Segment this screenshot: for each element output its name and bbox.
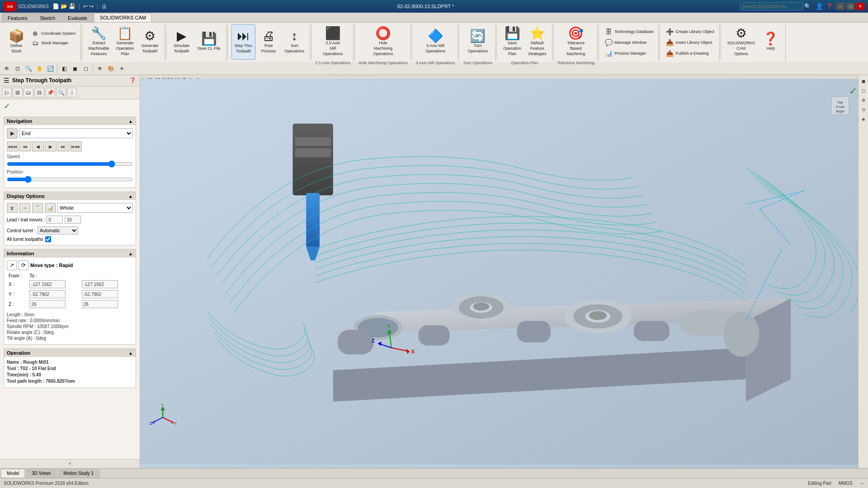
speed-slider[interactable] [7, 160, 133, 168]
from-z-input[interactable] [29, 300, 66, 308]
panel-btn-1[interactable]: ▷ [2, 88, 12, 98]
tab-solidworks-cam[interactable]: SOLIDWORKS CAM [94, 13, 152, 22]
play-button[interactable]: ▶ [7, 128, 18, 139]
nav-start-btn[interactable]: ⏮⏮ [7, 141, 19, 151]
appearance-btn[interactable]: 🎨 [106, 64, 116, 74]
save-op-plan-btn[interactable]: 💾 SaveOperationPlan [500, 24, 524, 60]
display-filter-btn[interactable]: ⧖ [7, 203, 18, 213]
nav-prev-fast-btn[interactable]: ⏮ [19, 141, 31, 151]
3d-viewport-canvas[interactable]: X Y Z Top Front Right ✓ [140, 75, 858, 468]
nav-end-btn[interactable]: ⏭⏭ [70, 141, 82, 151]
tab-evaluate[interactable]: Evaluate [62, 13, 93, 22]
section-view-btn[interactable]: ◧ [59, 64, 69, 74]
viewport[interactable]: ▶ 62-02-9000-13 (Default) [140, 75, 858, 468]
right-panel-btn-1[interactable]: ◼ [859, 77, 868, 85]
display-options-collapse-icon[interactable]: ▲ [128, 194, 133, 199]
from-x-input[interactable] [29, 280, 66, 288]
operation-header[interactable]: Operation ▲ [4, 349, 136, 357]
info-type-icon[interactable]: ⟳ [19, 260, 28, 270]
3axis-btn[interactable]: 🔷 3 Axis MillOperations [423, 24, 448, 60]
tolerance-btn[interactable]: 🎯 ToleranceBasedMachining [564, 24, 588, 60]
save-cl-btn[interactable]: 💾 Save CL File [195, 24, 223, 60]
information-collapse-icon[interactable]: ▲ [128, 251, 133, 256]
scene-btn[interactable]: ☀ [117, 64, 127, 74]
insert-lib-obj-btn[interactable]: 📥 Insert Library Object [664, 38, 716, 47]
trail-input[interactable] [65, 216, 81, 224]
right-panel-btn-4[interactable]: ⊙ [859, 105, 868, 113]
tab-sketch[interactable]: Sketch [34, 13, 61, 22]
2-5-axis-btn[interactable]: ⬛ 2.5 AxisMillOperations [320, 24, 345, 60]
save-icon[interactable]: 💾 [69, 3, 75, 9]
navigation-collapse-icon[interactable]: ▲ [128, 119, 133, 124]
display-arc-btn[interactable]: ⌒ [32, 203, 43, 213]
open-icon[interactable]: 📂 [61, 3, 67, 9]
control-turret-select[interactable]: Automatic [38, 226, 78, 235]
lead-input[interactable] [47, 216, 63, 224]
from-y-input[interactable] [29, 290, 66, 298]
panel-btn-4[interactable]: ⊟ [34, 88, 44, 98]
tab-motion-study[interactable]: Motion Study 1 [57, 469, 99, 478]
sort-ops-btn[interactable]: ↕ SortOperations [282, 24, 307, 60]
technology-db-btn[interactable]: 🗄 Technology Database [603, 27, 656, 36]
message-window-btn[interactable]: 💬 Message Window [603, 38, 656, 47]
all-turret-checkbox[interactable] [45, 236, 51, 242]
tab-model[interactable]: Model [1, 469, 25, 478]
post-process-btn[interactable]: 🖨 PostProcess [257, 24, 280, 60]
info-motion-icon[interactable]: ↗ [7, 260, 17, 270]
zoom-to-area-btn[interactable]: 🔍 [24, 64, 33, 74]
tab-3d-views[interactable]: 3D Views [26, 469, 57, 478]
search-input[interactable] [740, 2, 803, 10]
nav-prev-btn[interactable]: ◀ [32, 141, 44, 151]
nav-position-select[interactable]: End Start Current [19, 128, 133, 138]
nav-next-btn[interactable]: ▶ [45, 141, 57, 151]
display-chart-btn[interactable]: 📊 [45, 203, 56, 213]
to-z-input[interactable] [82, 300, 118, 308]
to-y-input[interactable] [82, 290, 118, 298]
panel-btn-5[interactable]: 📌 [45, 88, 55, 98]
stock-manager-btn[interactable]: 🗂 Stock Manager [29, 38, 78, 47]
view-orientation-btn[interactable]: 👁 [2, 64, 12, 74]
nav-next-fast-btn[interactable]: ⏭ [57, 141, 69, 151]
user-icon[interactable]: 👤 [816, 3, 823, 10]
gen-op-plan-btn[interactable]: 📋 GenerateOperationPlan [113, 24, 137, 60]
panel-menu-icon[interactable]: ☰ [4, 77, 9, 84]
panel-btn-6[interactable]: 🔍 [56, 88, 66, 98]
create-lib-obj-btn[interactable]: ➕ Create Library Object [664, 27, 716, 36]
hide-show-btn[interactable]: 👁 [95, 64, 105, 74]
restore-button[interactable]: ◻ [846, 3, 854, 10]
display-options-header[interactable]: Display Options ▲ [4, 192, 136, 200]
right-panel-btn-2[interactable]: ◻ [859, 86, 868, 94]
accept-icon[interactable]: ✓ [4, 102, 10, 111]
turn-ops-btn[interactable]: 🔄 TurnOperations [465, 24, 491, 60]
publish-edrawing-btn[interactable]: 📤 Publish e-Drawing [664, 49, 716, 58]
coordinate-system-btn[interactable]: ⊕ Coordinate System [29, 29, 78, 38]
print-icon[interactable]: 🖨 [101, 3, 107, 9]
new-icon[interactable]: 📄 [52, 3, 59, 9]
panel-btn-3[interactable]: 🗂 [24, 88, 33, 98]
panel-btn-7[interactable]: ↕ [67, 88, 77, 98]
hole-ops-btn[interactable]: ⭕ HoleMachiningOperations [370, 24, 396, 60]
tab-features[interactable]: Features [2, 13, 33, 22]
pan-btn[interactable]: ✋ [34, 64, 44, 74]
minimize-button[interactable]: ─ [836, 3, 844, 10]
right-panel-btn-3[interactable]: ⊕ [859, 96, 868, 104]
help-btn[interactable]: ❓ Help [759, 24, 783, 60]
operation-collapse-icon[interactable]: ▲ [128, 351, 133, 356]
undo-icon[interactable]: ↩ [83, 3, 88, 9]
extract-btn[interactable]: 🔧 ExtractMachinableFeatures [86, 24, 112, 60]
sw-cam-opts-btn[interactable]: ⚙ SOLIDWORKSCAMOptions [725, 24, 758, 60]
panel-help-icon[interactable]: ❓ [129, 77, 136, 84]
display-style-btn[interactable]: ◻ [81, 64, 91, 74]
rotate-btn[interactable]: 🔃 [45, 64, 55, 74]
navigation-section-header[interactable]: Navigation ▲ [4, 117, 136, 125]
panel-btn-2[interactable]: ⊞ [13, 88, 23, 98]
display-mode-btn[interactable]: ◼ [70, 64, 80, 74]
question-icon[interactable]: ❓ [826, 3, 833, 9]
display-rapid-btn[interactable]: → [19, 203, 30, 213]
view-cube[interactable]: Top Front Right [831, 97, 849, 115]
default-strategies-btn[interactable]: ⭐ DefaultFeatureStrategies [525, 24, 549, 60]
search-icon[interactable]: 🔍 [804, 3, 811, 9]
define-stock-btn[interactable]: 📦 DefineStock [5, 24, 28, 60]
close-button[interactable]: ✕ [856, 3, 864, 10]
step-thru-btn[interactable]: ⏭ Step ThruToolpath [231, 24, 255, 60]
